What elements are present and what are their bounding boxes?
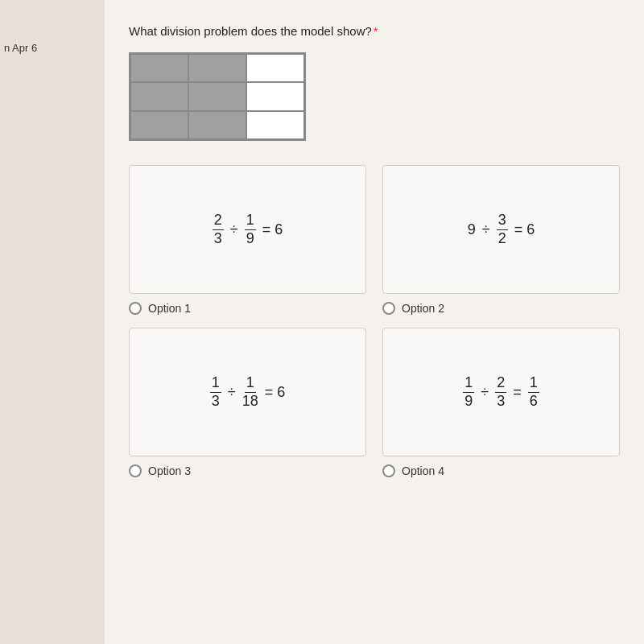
grid-model-diagram xyxy=(129,52,306,141)
option-2-label-row[interactable]: Option 2 xyxy=(382,302,444,315)
option-1-radio[interactable] xyxy=(129,302,142,315)
grid-cell-5 xyxy=(188,82,246,110)
option-3-math: 1 3 ÷ 1 18 = 6 xyxy=(210,375,285,410)
option-1-card[interactable]: 2 3 ÷ 1 9 = 6 xyxy=(129,165,366,294)
option-1-fraction-1: 2 3 xyxy=(213,213,224,247)
date-label: n Apr 6 xyxy=(4,42,37,54)
grid-cell-2 xyxy=(188,54,246,82)
option-3-label: Option 3 xyxy=(148,464,191,477)
option-1-fraction-2: 1 9 xyxy=(245,213,256,247)
option-1-label: Option 1 xyxy=(148,302,191,315)
grid-cell-8 xyxy=(188,111,246,139)
option-4-fraction-2: 2 3 xyxy=(495,375,506,410)
option-3-radio[interactable] xyxy=(129,464,142,477)
option-1-block: 2 3 ÷ 1 9 = 6 Option 1 xyxy=(129,165,366,315)
option-4-block: 1 9 ÷ 2 3 = 1 6 Option 4 xyxy=(382,328,620,477)
option-2-block: 9 ÷ 3 2 = 6 Option 2 xyxy=(382,165,620,315)
option-3-card[interactable]: 1 3 ÷ 1 18 = 6 xyxy=(129,328,366,456)
option-4-label: Option 4 xyxy=(402,464,444,477)
question-text: What division problem does the model sho… xyxy=(129,24,620,38)
grid-cell-6 xyxy=(246,82,304,110)
option-1-label-row[interactable]: Option 1 xyxy=(129,302,191,315)
option-2-label: Option 2 xyxy=(402,302,444,315)
grid-cell-4 xyxy=(130,82,188,110)
grid-cell-3 xyxy=(246,54,304,82)
option-3-fraction-2: 1 18 xyxy=(242,375,258,410)
option-3-label-row[interactable]: Option 3 xyxy=(129,464,191,477)
grid-cell-1 xyxy=(130,54,188,82)
options-grid: 2 3 ÷ 1 9 = 6 Option 1 xyxy=(129,165,620,477)
option-2-radio[interactable] xyxy=(382,302,395,315)
content-area: What division problem does the model sho… xyxy=(105,0,644,644)
option-4-fraction-1: 1 9 xyxy=(463,375,474,410)
option-3-fraction-1: 1 3 xyxy=(210,375,221,410)
option-2-fraction: 3 2 xyxy=(497,213,508,247)
option-2-math: 9 ÷ 3 2 = 6 xyxy=(468,213,535,247)
option-2-card[interactable]: 9 ÷ 3 2 = 6 xyxy=(382,165,620,294)
option-3-block: 1 3 ÷ 1 18 = 6 Option 3 xyxy=(129,328,366,477)
option-4-card[interactable]: 1 9 ÷ 2 3 = 1 6 xyxy=(382,328,620,456)
option-1-math: 2 3 ÷ 1 9 = 6 xyxy=(213,213,283,247)
option-4-label-row[interactable]: Option 4 xyxy=(382,464,444,477)
option-4-math: 1 9 ÷ 2 3 = 1 6 xyxy=(463,375,539,410)
option-4-fraction-result: 1 6 xyxy=(528,375,539,410)
grid-cell-9 xyxy=(246,111,304,139)
option-4-radio[interactable] xyxy=(382,464,395,477)
grid-cell-7 xyxy=(130,111,188,139)
